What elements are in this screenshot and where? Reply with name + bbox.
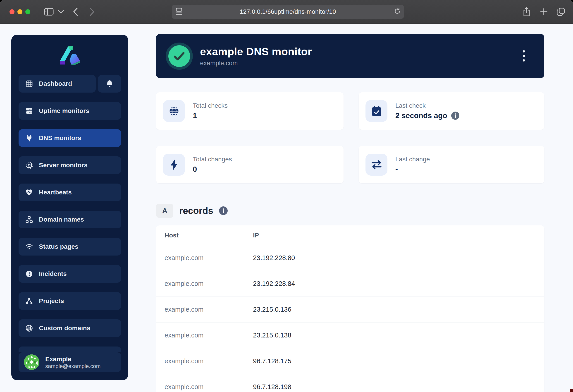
browser-toolbar: 127.0.0.1/66uptime/dns-monitor/10 <box>0 0 573 24</box>
sidebar-item-label: Uptime monitors <box>39 107 89 115</box>
table-row: example.com 23.192.228.84 <box>156 271 544 297</box>
stat-value: 0 <box>193 165 232 174</box>
server-stack-icon <box>25 107 33 114</box>
url-text: 127.0.0.1/66uptime/dns-monitor/10 <box>172 8 404 15</box>
records-table-card: Host IP example.com 23.192.228.80 exampl… <box>156 225 544 392</box>
sidebar-toggle-icon[interactable] <box>44 5 54 18</box>
sidebar-item-label: Incidents <box>39 270 67 277</box>
tab-overview-icon[interactable] <box>556 5 565 18</box>
sidebar: Dashboard <box>11 35 128 380</box>
sidebar-item-partial[interactable] <box>18 346 121 352</box>
globe-icon <box>163 100 185 122</box>
table-header-row: Host IP <box>156 225 544 245</box>
app-logo <box>59 46 81 65</box>
sidebar-item-label: Domain names <box>39 216 84 223</box>
zoom-window-button[interactable] <box>25 9 30 14</box>
column-header-host: Host <box>156 225 253 245</box>
wifi-icon <box>25 244 33 250</box>
record-ip: 96.7.128.198 <box>253 374 544 392</box>
user-menu[interactable]: Example sample@example.com <box>18 352 121 372</box>
records-info-icon[interactable] <box>219 206 228 215</box>
refresh-icon[interactable] <box>394 8 401 16</box>
stat-label: Total checks <box>193 102 228 109</box>
stat-card-total-changes: Total changes 0 <box>156 146 343 183</box>
stat-value: 2 seconds ago <box>395 111 447 120</box>
record-host: example.com <box>156 245 253 271</box>
records-section-header: A records <box>156 204 544 218</box>
sidebar-item-label: Heartbeats <box>39 189 72 196</box>
avatar <box>24 355 39 370</box>
sidebar-item-uptime-monitors[interactable]: Uptime monitors <box>18 102 121 120</box>
record-host: example.com <box>156 297 253 322</box>
user-email: sample@example.com <box>45 363 101 369</box>
info-icon[interactable] <box>451 112 459 120</box>
kebab-menu-icon[interactable] <box>519 48 528 64</box>
sidebar-item-incidents[interactable]: Incidents <box>18 265 121 283</box>
stat-card-total-checks: Total checks 1 <box>156 92 343 130</box>
main-content: example DNS monitor example.com Total ch… <box>156 34 544 392</box>
address-bar[interactable]: 127.0.0.1/66uptime/dns-monitor/10 <box>172 5 404 19</box>
sidebar-item-server-monitors[interactable]: Server monitors <box>18 156 121 174</box>
sidebar-item-label: Dashboard <box>39 80 72 87</box>
grid-icon <box>25 80 33 87</box>
stat-card-last-check: Last check 2 seconds ago <box>359 92 544 130</box>
table-row: example.com 23.215.0.136 <box>156 297 544 322</box>
record-host: example.com <box>156 374 253 392</box>
stat-value: - <box>395 165 430 174</box>
sidebar-item-label: Projects <box>39 297 64 305</box>
exclamation-circle-icon <box>25 270 33 277</box>
stats-grid: Total checks 1 Last check 2 seconds ago <box>156 92 544 183</box>
record-ip: 23.192.228.84 <box>253 271 544 297</box>
chevron-down-icon[interactable] <box>58 5 64 18</box>
notifications-button[interactable] <box>98 75 121 92</box>
new-tab-icon[interactable] <box>540 5 548 18</box>
page-title: example DNS monitor <box>200 45 312 58</box>
table-row: example.com 96.7.128.198 <box>156 374 544 392</box>
minimize-window-button[interactable] <box>18 9 22 14</box>
record-host: example.com <box>156 322 253 348</box>
share-icon[interactable] <box>523 5 530 18</box>
bolt-icon <box>163 154 185 176</box>
monitor-header-card: example DNS monitor example.com <box>156 34 544 78</box>
record-ip: 23.192.228.80 <box>253 245 544 271</box>
back-button[interactable] <box>73 5 78 18</box>
sidebar-item-heartbeats[interactable]: Heartbeats <box>18 184 121 201</box>
plug-icon <box>25 134 33 142</box>
swap-arrows-icon <box>365 154 387 176</box>
record-ip: 96.7.128.175 <box>253 348 544 374</box>
monitor-hostname: example.com <box>200 59 312 67</box>
user-name: Example <box>45 355 101 363</box>
stat-label: Last check <box>395 102 459 109</box>
table-row: example.com 23.192.228.80 <box>156 245 544 271</box>
close-window-button[interactable] <box>10 9 15 14</box>
sidebar-menu: Uptime monitors DNS monitors <box>18 102 121 337</box>
status-up-icon <box>166 43 193 70</box>
sidebar-item-status-pages[interactable]: Status pages <box>18 238 121 255</box>
record-host: example.com <box>156 271 253 297</box>
heart-pulse-icon <box>25 189 33 196</box>
stat-label: Last change <box>395 156 430 163</box>
records-title: records <box>179 206 213 216</box>
forward-button[interactable] <box>90 5 95 18</box>
record-type-badge: A <box>156 204 173 218</box>
stat-card-last-change: Last change - <box>359 146 544 183</box>
sidebar-item-label: DNS monitors <box>39 134 81 142</box>
sidebar-item-dns-monitors[interactable]: DNS monitors <box>18 129 121 147</box>
sidebar-item-label: Custom domains <box>39 324 90 332</box>
bell-icon <box>106 80 113 88</box>
sidebar-item-custom-domains[interactable]: Custom domains <box>18 319 121 337</box>
sidebar-item-projects[interactable]: Projects <box>18 292 121 310</box>
records-table: Host IP example.com 23.192.228.80 exampl… <box>156 225 544 392</box>
window-controls <box>10 9 30 14</box>
globe-icon <box>25 324 33 332</box>
sidebar-item-dashboard[interactable]: Dashboard <box>18 75 96 92</box>
reader-view-icon[interactable] <box>175 7 183 16</box>
share-nodes-icon <box>25 298 33 304</box>
sidebar-item-label: Status pages <box>39 243 78 250</box>
calendar-check-icon <box>365 100 387 122</box>
table-row: example.com 96.7.128.175 <box>156 348 544 374</box>
record-host: example.com <box>156 348 253 374</box>
stat-value: 1 <box>193 111 228 120</box>
sidebar-item-domain-names[interactable]: Domain names <box>18 211 121 228</box>
sidebar-item-label: Server monitors <box>39 161 88 169</box>
